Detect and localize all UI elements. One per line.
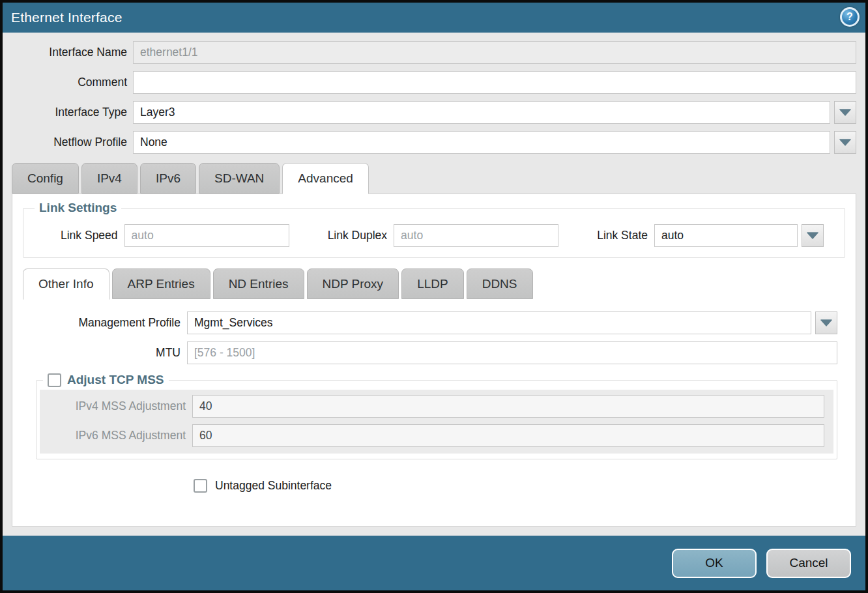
link-state-input[interactable] — [654, 224, 798, 247]
interface-name-input — [133, 41, 856, 64]
link-duplex-input[interactable] — [394, 224, 558, 247]
chevron-down-icon — [839, 139, 851, 146]
main-tabbar: Config IPv4 IPv6 SD-WAN Advanced — [12, 163, 856, 194]
tab-ipv4[interactable]: IPv4 — [81, 163, 137, 194]
tab-ddns[interactable]: DDNS — [467, 268, 533, 299]
management-profile-input[interactable] — [187, 311, 811, 334]
chevron-down-icon — [820, 320, 832, 326]
interface-type-row: Interface Type — [12, 101, 856, 124]
link-settings-fieldset: Link Settings Link Speed Link Duplex Lin… — [23, 201, 845, 258]
help-glyph: ? — [846, 11, 853, 23]
interface-name-row: Interface Name — [12, 41, 856, 64]
netflow-profile-dropdown-button[interactable] — [834, 131, 856, 154]
netflow-profile-label: Netflow Profile — [12, 136, 133, 149]
interface-type-input[interactable] — [133, 101, 830, 124]
adjust-tcp-mss-legend-text: Adjust TCP MSS — [67, 373, 164, 387]
netflow-profile-row: Netflow Profile — [12, 131, 856, 154]
ipv6-mss-input — [192, 424, 824, 447]
comment-label: Comment — [12, 76, 133, 89]
chevron-down-icon — [807, 233, 818, 239]
advanced-tab-panel: Link Settings Link Speed Link Duplex Lin… — [12, 194, 856, 527]
untagged-subinterface-label: Untagged Subinterface — [215, 479, 332, 493]
link-duplex-label: Link Duplex — [328, 229, 394, 242]
comment-row: Comment — [12, 71, 856, 94]
management-profile-label: Management Profile — [23, 316, 187, 330]
mss-disabled-block: IPv4 MSS Adjustment IPv6 MSS Adjustment — [40, 390, 833, 454]
link-speed-group: Link Speed — [61, 224, 289, 247]
link-speed-input[interactable] — [124, 224, 289, 247]
link-state-group: Link State — [597, 224, 824, 247]
netflow-profile-input[interactable] — [133, 131, 830, 154]
link-state-label: Link State — [597, 229, 654, 242]
tab-other-info[interactable]: Other Info — [23, 268, 109, 300]
inner-tabbar: Other Info ARP Entries ND Entries NDP Pr… — [23, 268, 845, 299]
interface-name-label: Interface Name — [12, 46, 133, 59]
link-state-dropdown-button[interactable] — [802, 224, 824, 247]
ipv6-mss-row: IPv6 MSS Adjustment — [40, 424, 824, 447]
tab-ipv6[interactable]: IPv6 — [140, 163, 196, 194]
ipv4-mss-input — [192, 395, 824, 418]
mtu-label: MTU — [23, 346, 187, 360]
untagged-subinterface-row: Untagged Subinterface — [194, 479, 845, 493]
link-duplex-group: Link Duplex — [328, 224, 558, 247]
management-profile-row: Management Profile — [23, 311, 845, 334]
help-icon[interactable]: ? — [840, 7, 860, 27]
comment-input[interactable] — [133, 71, 856, 94]
dialog-titlebar: Ethernet Interface ? — [3, 3, 865, 33]
management-profile-dropdown-button[interactable] — [815, 311, 837, 334]
tab-arp-entries[interactable]: ARP Entries — [112, 268, 210, 299]
link-settings-legend: Link Settings — [35, 201, 121, 215]
interface-type-label: Interface Type — [12, 106, 133, 119]
interface-type-dropdown-button[interactable] — [834, 101, 856, 124]
tab-ndp-proxy[interactable]: NDP Proxy — [307, 268, 399, 299]
ipv6-mss-label: IPv6 MSS Adjustment — [40, 429, 192, 442]
tab-config[interactable]: Config — [12, 163, 79, 194]
other-info-panel: Management Profile MTU — [23, 299, 845, 515]
ethernet-interface-dialog: Ethernet Interface ? Interface Name Comm… — [0, 0, 868, 593]
tab-advanced[interactable]: Advanced — [282, 163, 369, 194]
mtu-input[interactable] — [187, 341, 837, 364]
dialog-body: Interface Name Comment Interface Type — [3, 33, 865, 536]
ok-button[interactable]: OK — [672, 549, 757, 578]
link-speed-label: Link Speed — [61, 229, 124, 242]
ipv4-mss-label: IPv4 MSS Adjustment — [40, 399, 192, 413]
dialog-footer: OK Cancel — [3, 536, 865, 590]
tab-nd-entries[interactable]: ND Entries — [213, 268, 304, 299]
mtu-row: MTU — [23, 341, 845, 364]
chevron-down-icon — [839, 109, 851, 116]
adjust-tcp-mss-fieldset: Adjust TCP MSS IPv4 MSS Adjustment IPv6 … — [36, 373, 837, 459]
adjust-tcp-mss-checkbox[interactable] — [48, 373, 61, 387]
ipv4-mss-row: IPv4 MSS Adjustment — [40, 395, 824, 418]
dialog-title: Ethernet Interface — [11, 10, 123, 25]
untagged-subinterface-checkbox[interactable] — [194, 479, 207, 493]
adjust-tcp-mss-legend: Adjust TCP MSS — [43, 373, 169, 387]
cancel-button[interactable]: Cancel — [766, 549, 851, 578]
tab-lldp[interactable]: LLDP — [401, 268, 464, 299]
tab-sd-wan[interactable]: SD-WAN — [199, 163, 280, 194]
